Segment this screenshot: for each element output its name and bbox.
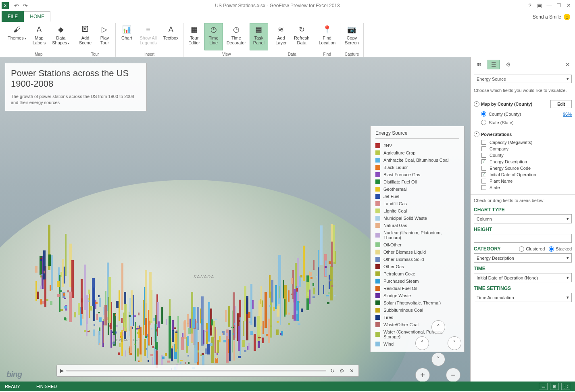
- data-column[interactable]: [318, 267, 319, 294]
- data-column[interactable]: [92, 278, 94, 306]
- data-column[interactable]: [64, 317, 66, 320]
- data-column[interactable]: [64, 306, 67, 309]
- data-column[interactable]: [104, 305, 107, 325]
- data-column[interactable]: [125, 350, 126, 357]
- data-column[interactable]: [323, 285, 324, 294]
- data-column[interactable]: [41, 274, 44, 275]
- field-checkbox[interactable]: [481, 146, 486, 151]
- field-checkbox[interactable]: [481, 185, 486, 190]
- data-column[interactable]: [328, 292, 330, 294]
- data-column[interactable]: [215, 327, 216, 353]
- data-column[interactable]: [185, 362, 186, 364]
- data-column[interactable]: [89, 292, 90, 318]
- data-column[interactable]: [288, 290, 290, 302]
- data-column[interactable]: [148, 360, 149, 362]
- data-column[interactable]: [152, 357, 153, 365]
- minimize-button[interactable]: —: [544, 1, 554, 10]
- layers-view-button[interactable]: ≋: [473, 60, 485, 69]
- data-column[interactable]: [143, 300, 144, 335]
- map-by-header[interactable]: ˄ Map by County (County) Edit: [474, 98, 572, 110]
- data-column[interactable]: [246, 296, 248, 314]
- help-button[interactable]: ?: [525, 1, 535, 10]
- field-row[interactable]: Company: [474, 146, 571, 152]
- data-column[interactable]: [271, 280, 273, 302]
- data-column[interactable]: [310, 277, 312, 279]
- data-column[interactable]: [188, 355, 190, 357]
- timeline-track[interactable]: [66, 370, 326, 371]
- data-column[interactable]: [211, 337, 214, 363]
- rotate-right-button[interactable]: ˃: [448, 336, 461, 350]
- zoom-out-button[interactable]: −: [446, 368, 460, 382]
- tilt-down-button[interactable]: ˅: [431, 352, 445, 366]
- data-column[interactable]: [325, 266, 327, 268]
- data-column[interactable]: [188, 362, 190, 364]
- data-column[interactable]: [222, 333, 223, 335]
- data-column[interactable]: [215, 319, 217, 320]
- data-column[interactable]: [98, 295, 99, 298]
- data-column[interactable]: [131, 290, 133, 315]
- data-column[interactable]: [260, 286, 262, 326]
- data-column[interactable]: [98, 312, 100, 313]
- legend-panel[interactable]: Energy Source #NVAgriculture CropAnthrac…: [370, 126, 465, 352]
- data-column[interactable]: [94, 324, 95, 326]
- stacked-radio[interactable]: [549, 246, 554, 252]
- data-column[interactable]: [147, 337, 148, 358]
- data-column[interactable]: [145, 270, 147, 318]
- category-dropzone[interactable]: Energy Description▾: [474, 253, 572, 263]
- data-column[interactable]: [44, 271, 45, 273]
- data-column[interactable]: [40, 299, 42, 304]
- data-column[interactable]: [330, 266, 333, 300]
- data-column[interactable]: [223, 340, 225, 342]
- field-row[interactable]: Capacity (Megawatts): [474, 139, 571, 146]
- field-row[interactable]: ✓Initial Date of Operation: [474, 171, 571, 178]
- fields-view-button[interactable]: ☰: [487, 60, 500, 69]
- data-column[interactable]: [217, 352, 218, 354]
- data-column[interactable]: [269, 275, 271, 298]
- data-column[interactable]: [254, 317, 256, 327]
- data-column[interactable]: [288, 313, 290, 314]
- data-column[interactable]: [99, 317, 102, 322]
- data-column[interactable]: [158, 321, 160, 328]
- ribbon-options-button[interactable]: ▣: [535, 1, 544, 10]
- data-column[interactable]: [115, 332, 117, 334]
- field-checkbox[interactable]: [481, 140, 486, 145]
- height-dropzone[interactable]: [474, 234, 572, 243]
- data-column[interactable]: [161, 307, 163, 324]
- data-column[interactable]: [280, 333, 281, 335]
- data-column[interactable]: [99, 343, 100, 345]
- data-column[interactable]: [277, 306, 279, 317]
- data-column[interactable]: [130, 326, 132, 353]
- data-column[interactable]: [288, 323, 290, 325]
- redo-button[interactable]: ↷: [21, 1, 30, 10]
- data-column[interactable]: [51, 255, 53, 290]
- data-column[interactable]: [254, 334, 256, 351]
- data-column[interactable]: [166, 319, 167, 325]
- data-column[interactable]: [74, 312, 76, 317]
- data-column[interactable]: [137, 348, 139, 357]
- data-column[interactable]: [169, 316, 171, 359]
- data-column[interactable]: [329, 279, 331, 281]
- field-row[interactable]: Plant Name: [474, 178, 571, 184]
- data-column[interactable]: [262, 321, 264, 334]
- data-column[interactable]: [35, 266, 37, 273]
- data-column[interactable]: [284, 299, 285, 317]
- data-column[interactable]: [325, 261, 327, 276]
- data-column[interactable]: [331, 285, 333, 287]
- timeline-control[interactable]: ▶ ↻ ⚙ ✕: [56, 365, 359, 377]
- data-column[interactable]: [167, 361, 170, 363]
- chart-type-dropdown[interactable]: Column▾: [474, 214, 572, 223]
- timeline-close-button[interactable]: ✕: [348, 368, 355, 374]
- timeline-settings-button[interactable]: ⚙: [338, 368, 346, 374]
- view-normal-button[interactable]: ▭: [539, 383, 548, 390]
- data-column[interactable]: [116, 301, 118, 308]
- field-row[interactable]: County: [474, 152, 571, 158]
- data-column[interactable]: [121, 263, 123, 310]
- chart-button[interactable]: 📊Chart: [117, 23, 136, 50]
- data-column[interactable]: [192, 319, 195, 328]
- data-column[interactable]: [96, 314, 98, 320]
- data-column[interactable]: [248, 343, 250, 350]
- data-column[interactable]: [89, 330, 91, 332]
- data-column[interactable]: [320, 225, 323, 265]
- data-column[interactable]: [225, 310, 227, 322]
- data-column[interactable]: [309, 272, 312, 276]
